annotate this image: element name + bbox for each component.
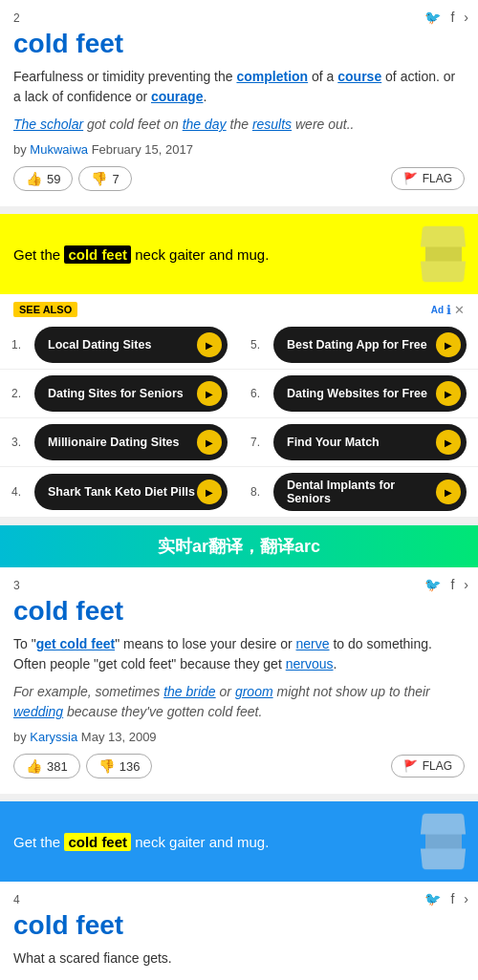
- ads-label: Ad ℹ ✕: [431, 303, 465, 317]
- entry-example-3: For example, sometimes the bride or groo…: [13, 682, 465, 722]
- flag-btn-3[interactable]: 🚩 FLAG: [391, 755, 465, 778]
- entry-number-2: 2: [13, 11, 465, 25]
- facebook-icon-4[interactable]: f: [450, 891, 454, 906]
- downvote-count-3: 136: [120, 759, 141, 774]
- ad-item-4[interactable]: 4. Shark Tank Keto Diet Pills ▶: [0, 467, 239, 518]
- gaiter-icon: [422, 225, 465, 283]
- flag-icon-3: 🚩: [403, 759, 418, 773]
- ad-item-1[interactable]: 1. Local Dating Sites ▶: [0, 321, 239, 370]
- gaiter-icon-blue: [422, 813, 465, 870]
- downvote-btn-3[interactable]: 👎 136: [86, 754, 153, 778]
- share-icon-4[interactable]: ›: [464, 891, 468, 906]
- flag-label: FLAG: [423, 172, 452, 185]
- ad-item-2[interactable]: 2. Dating Sites for Seniors ▶: [0, 370, 239, 418]
- ad-text-8: Dental Implants for Seniors: [287, 479, 436, 505]
- author-link-3[interactable]: Karyssia: [30, 730, 77, 744]
- ad-item-5[interactable]: 5. Best Dating App for Free ▶: [239, 321, 478, 370]
- ad-item-3[interactable]: 3. Millionaire Dating Sites ▶: [0, 418, 239, 467]
- entry-example-4: Jennifer Wilbanks, the Runaway Bride got…: [13, 976, 465, 980]
- link-groom[interactable]: groom: [235, 684, 273, 699]
- ad-pill-2[interactable]: Dating Sites for Seniors ▶: [34, 375, 228, 412]
- entry-title-2: cold feet: [13, 29, 465, 59]
- ad-num-5: 5.: [250, 338, 266, 352]
- link-nervous[interactable]: nervous: [286, 656, 334, 671]
- play-icon-4[interactable]: ▶: [197, 479, 222, 504]
- link-get-cold-feet[interactable]: get cold feet: [36, 636, 115, 651]
- close-ads-icon[interactable]: ✕: [454, 303, 465, 317]
- ad-pill-4[interactable]: Shark Tank Keto Diet Pills ▶: [34, 474, 228, 510]
- share-icon[interactable]: ›: [464, 10, 468, 25]
- ad-text-7: Find Your Match: [287, 436, 380, 449]
- ad-text-5: Best Dating App for Free: [287, 338, 427, 352]
- ad-pill-3[interactable]: Millionaire Dating Sites ▶: [34, 424, 228, 460]
- ad-text-6: Dating Websites for Free: [287, 387, 427, 400]
- author-link-2[interactable]: Mukwaiwa: [30, 142, 88, 157]
- entry-def-2: Fearfulness or timidity preventing the c…: [13, 67, 465, 107]
- link-results[interactable]: results: [252, 117, 292, 132]
- ad-num-2: 2.: [11, 387, 27, 400]
- social-icons-4: 🐦 f ›: [424, 891, 468, 906]
- thumbs-down-icon: 👎: [91, 171, 107, 186]
- play-icon-1[interactable]: ▶: [197, 332, 222, 357]
- share-icon-3[interactable]: ›: [464, 577, 468, 592]
- ad-num-8: 8.: [250, 485, 266, 499]
- yellow-highlight: cold feet: [64, 245, 131, 264]
- twitter-icon-4[interactable]: 🐦: [424, 891, 441, 906]
- twitter-icon-3[interactable]: 🐦: [424, 577, 441, 592]
- ad-pill-7[interactable]: Find Your Match ▶: [273, 424, 467, 460]
- upvote-count-3: 381: [47, 759, 68, 774]
- link-course[interactable]: course: [337, 69, 381, 84]
- upvote-btn-2[interactable]: 👍 59: [13, 166, 73, 191]
- thumbs-down-icon-3: 👎: [98, 758, 115, 774]
- blue-banner[interactable]: Get the cold feet neck gaiter and mug.: [0, 801, 478, 882]
- play-icon-6[interactable]: ▶: [436, 381, 461, 406]
- entry-author-2: by Mukwaiwa February 15, 2017: [13, 142, 465, 157]
- link-bride[interactable]: the bride: [163, 684, 215, 699]
- play-icon-3[interactable]: ▶: [197, 430, 222, 455]
- link-wedding[interactable]: wedding: [13, 704, 63, 719]
- play-icon-7[interactable]: ▶: [436, 430, 461, 455]
- vote-group-3: 👍 381 👎 136: [13, 754, 152, 778]
- ad-item-7[interactable]: 7. Find Your Match ▶: [239, 418, 478, 467]
- downvote-count-2: 7: [112, 172, 119, 186]
- link-the-day[interactable]: the day: [183, 117, 227, 132]
- yellow-banner[interactable]: Get the cold feet neck gaiter and mug.: [0, 214, 478, 294]
- facebook-icon-3[interactable]: f: [450, 577, 454, 592]
- ad-pill-8[interactable]: Dental Implants for Seniors ▶: [273, 473, 467, 511]
- blue-highlight: cold feet: [64, 833, 131, 851]
- downvote-btn-2[interactable]: 👎 7: [78, 166, 131, 191]
- ad-icon: Ad: [431, 305, 444, 315]
- info-icon[interactable]: ℹ: [446, 303, 451, 317]
- thumbs-up-icon: 👍: [26, 171, 42, 186]
- ad-num-6: 6.: [250, 387, 266, 400]
- ad-item-6[interactable]: 6. Dating Websites for Free ▶: [239, 370, 478, 418]
- facebook-icon[interactable]: f: [450, 10, 454, 25]
- ad-pill-1[interactable]: Local Dating Sites ▶: [34, 327, 228, 363]
- flag-label-3: FLAG: [423, 759, 452, 773]
- ad-item-8[interactable]: 8. Dental Implants for Seniors ▶: [239, 467, 478, 518]
- link-scholar[interactable]: The scholar: [13, 117, 83, 132]
- flag-btn-2[interactable]: 🚩 FLAG: [391, 167, 465, 190]
- ad-num-3: 3.: [11, 436, 27, 449]
- ad-num-7: 7.: [250, 436, 266, 449]
- link-courage[interactable]: courage: [151, 89, 203, 104]
- entry-author-3: by Karyssia May 13, 2009: [13, 730, 465, 744]
- link-nerve[interactable]: nerve: [296, 636, 330, 651]
- ad-num-1: 1.: [11, 338, 27, 352]
- link-completion[interactable]: completion: [236, 69, 308, 84]
- play-icon-5[interactable]: ▶: [436, 332, 461, 357]
- play-icon-2[interactable]: ▶: [197, 381, 222, 406]
- ad-text-2: Dating Sites for Seniors: [48, 387, 184, 400]
- entry-title-4: cold feet: [13, 910, 465, 941]
- ad-grid: 1. Local Dating Sites ▶ 5. Best Dating A…: [0, 321, 478, 518]
- twitter-icon[interactable]: 🐦: [424, 10, 441, 25]
- ad-pill-5[interactable]: Best Dating App for Free ▶: [273, 327, 467, 363]
- social-icons-3: 🐦 f ›: [424, 577, 468, 592]
- ar-overlay: 实时ar翻译，翻译arc: [0, 525, 478, 567]
- ad-pill-6[interactable]: Dating Websites for Free ▶: [273, 375, 467, 412]
- ad-text-4: Shark Tank Keto Diet Pills: [48, 485, 195, 499]
- entry-title-3: cold feet: [13, 596, 465, 627]
- upvote-btn-3[interactable]: 👍 381: [13, 754, 80, 778]
- see-also-label: SEE ALSO: [13, 302, 77, 317]
- play-icon-8[interactable]: ▶: [436, 479, 461, 504]
